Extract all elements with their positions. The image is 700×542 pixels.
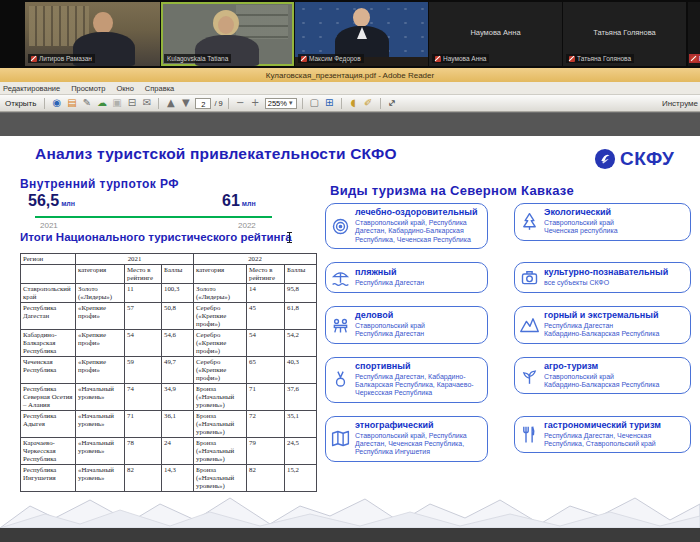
toolbar-icon[interactable]: ◉ <box>50 97 63 110</box>
card-regions: Республика Дагестан <box>355 279 424 287</box>
camera-icon <box>519 267 540 288</box>
toolbar-icon[interactable]: ▣ <box>110 97 123 110</box>
participant-head <box>93 12 113 34</box>
place-2022-cell: 72 <box>247 411 285 438</box>
toolbar-icon[interactable]: ⊟ <box>125 97 138 110</box>
menu-item[interactable]: Справка <box>145 84 174 93</box>
cutlery-icon <box>519 424 540 445</box>
tourism-card: деловой Ставропольский край Республика Д… <box>325 306 488 344</box>
participant-head <box>353 8 370 27</box>
muted-mic-icon <box>31 56 37 62</box>
view-mode-icon[interactable]: ⊞ <box>323 97 336 110</box>
cabinet-backdrop <box>236 5 288 39</box>
tourism-card: пляжный Республика Дагестан <box>325 262 488 293</box>
flow-unit: млн <box>61 200 75 207</box>
zoom-icon[interactable]: − <box>234 97 247 110</box>
tools-panel-button[interactable]: Инструме <box>662 99 698 108</box>
region-cell: Ставропольский край <box>21 284 76 303</box>
place-2021-cell: 74 <box>125 384 162 411</box>
participant-tile-3[interactable]: Максим Федоров <box>295 2 428 66</box>
page-nav-icon[interactable]: ▲ <box>164 97 177 110</box>
column-header: Баллы <box>285 265 317 284</box>
toolbar-icon[interactable]: ☁ <box>95 97 108 110</box>
participant-tile-5[interactable]: Татьяна Голянова Татьяна Голянова <box>563 2 686 66</box>
score-2022-cell: 40,3 <box>285 357 317 384</box>
participant-name-label: Максим Федоров <box>298 54 364 63</box>
category-2021-cell: «Крепкие профи» <box>76 357 125 384</box>
comment-icon[interactable]: ◖ <box>347 97 360 110</box>
score-2021-cell: 100,3 <box>162 284 194 303</box>
zoom-icon[interactable]: + <box>249 97 262 110</box>
place-2021-cell: 59 <box>125 357 162 384</box>
card-regions: Ставропольский край, Республика Дагестан… <box>355 432 482 457</box>
card-title: пляжный <box>355 268 424 278</box>
table-row: Ставропольский край Золото («Лидеры») 11… <box>21 284 317 303</box>
column-header: Баллы <box>162 265 194 284</box>
card-regions: Республика Дагестан, Чеченская Республик… <box>544 432 685 449</box>
tourism-type-cards: лечебно-оздоровительный Ставропольский к… <box>325 203 691 462</box>
flow-timeline-line <box>35 216 272 218</box>
card-title: спортивный <box>355 362 482 372</box>
score-2021-cell: 36,1 <box>162 411 194 438</box>
participant-name-label: Kulagovskaia Tatiana <box>164 54 231 63</box>
participant-tile-2[interactable]: Kulagovskaia Tatiana <box>161 2 294 66</box>
place-2021-cell: 57 <box>125 303 162 330</box>
menu-item[interactable]: Редактирование <box>3 84 60 93</box>
tourism-types-heading: Виды туризма на Северном Кавказе <box>330 183 574 198</box>
category-2021-cell: «Начальный уровень» <box>76 384 125 411</box>
place-2021-cell: 78 <box>125 438 162 465</box>
score-2022-cell: 54,2 <box>285 330 317 357</box>
category-2022-cell: Серебро («Крепкие профи») <box>194 330 247 357</box>
participant-name-label: Наумова Анна <box>432 54 489 63</box>
category-2022-cell: Бронза («Начальный уровень») <box>194 384 247 411</box>
meeting-icon <box>330 314 351 335</box>
toolbar-icon[interactable]: ▤ <box>65 97 78 110</box>
tourism-card: спортивный Республика Дагестан, Кабардин… <box>325 357 488 403</box>
place-2021-cell: 71 <box>125 411 162 438</box>
card-regions: Ставропольский край Кабардино-Балкарская… <box>544 373 659 390</box>
menu-item[interactable]: Просмотр <box>71 84 105 93</box>
toolbar-icon[interactable]: ✉ <box>140 97 153 110</box>
fullscreen-icon[interactable]: ↔ <box>383 95 401 112</box>
card-regions: Ставропольский край Чеченская республика <box>544 219 618 236</box>
logo-text: СКФУ <box>620 148 674 170</box>
screen: { "conference": { "participants": [ {"la… <box>0 0 700 542</box>
page-nav-group: ▲▼ <box>164 97 192 110</box>
toolbar-separator <box>341 98 342 109</box>
column-header <box>21 265 76 284</box>
column-header: Место в рейтинге <box>125 265 162 284</box>
medal-icon <box>330 369 351 390</box>
place-2022-cell: 14 <box>247 284 285 303</box>
page-number-input[interactable]: 2 <box>195 98 211 109</box>
toolbar-separator <box>380 98 381 109</box>
menu-item[interactable]: Окно <box>116 84 133 93</box>
toolbar-separator <box>158 98 159 109</box>
score-2022-cell: 35,1 <box>285 411 317 438</box>
participant-tile-6[interactable]: Б <box>688 2 700 66</box>
view-mode-icon[interactable]: ▢ <box>308 97 321 110</box>
table-row: Чеченская Республика «Крепкие профи» 59 … <box>21 357 317 384</box>
score-2021-cell: 49,7 <box>162 357 194 384</box>
zoom-level-select[interactable]: 255% ▼ <box>265 98 297 109</box>
place-2021-cell: 54 <box>125 330 162 357</box>
open-button[interactable]: Открыть <box>2 98 39 109</box>
participant-tile-1[interactable]: Литиров Рамазан <box>25 2 160 66</box>
participant-tile-4[interactable]: Наумова Анна Наумова Анна <box>429 2 562 66</box>
comment-icon[interactable]: ✐ <box>362 97 375 110</box>
tourism-card: горный и экстремальный Республика Дагест… <box>514 306 691 344</box>
place-2021-cell: 82 <box>125 465 162 492</box>
page-nav-icon[interactable]: ▼ <box>179 97 192 110</box>
window-titlebar[interactable]: Кулаговская_презентация.pdf - Adobe Read… <box>0 68 700 82</box>
column-header: категория <box>194 265 247 284</box>
category-2021-cell: «Начальный уровень» <box>76 411 125 438</box>
toolbar-icon[interactable]: ✎ <box>80 97 93 110</box>
slide-title: Анализ туристской привлекательности СКФО <box>35 145 397 163</box>
view-mode-group: ▢⊞ <box>308 97 336 110</box>
chevron-down-icon[interactable]: ▼ <box>288 98 294 109</box>
tourism-flow-heading: Внутренний турпоток РФ <box>20 177 179 191</box>
video-conference-strip: Литиров Рамазан Kulagovskaia Tatiana Мак… <box>0 0 700 68</box>
place-2022-cell: 54 <box>247 330 285 357</box>
category-2021-cell: «Начальный уровень» <box>76 438 125 465</box>
column-header: Регион <box>21 254 76 265</box>
card-title: Экологический <box>544 208 618 218</box>
